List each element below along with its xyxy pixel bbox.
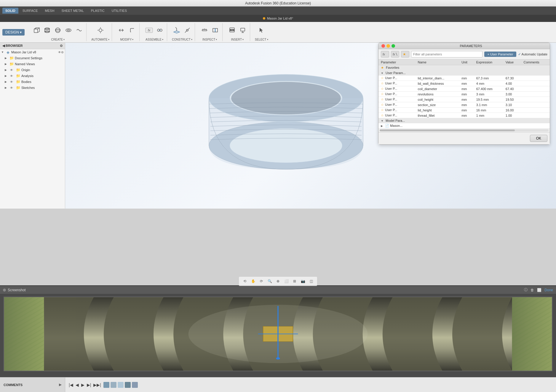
model-params-arrow[interactable]: ▼ [381,119,384,122]
params-scrollbar[interactable] [380,129,549,132]
param-row-lid-height[interactable]: ☆User P... lid_height mm 16 mm 16.00 [378,108,550,113]
play-last-button[interactable]: ▶▶| [93,383,101,387]
create-label[interactable]: CREATE [51,38,65,41]
inspect-label[interactable]: INSPECT [202,38,217,41]
modify-fillet-icon[interactable] [127,25,137,35]
create-box-icon[interactable] [32,25,41,35]
tab-surface[interactable]: SURFACE [20,8,41,14]
params-search-input[interactable] [411,51,482,57]
select-icon[interactable] [257,25,266,35]
assemble-joint-icon[interactable] [155,25,164,35]
viewport-fit-icon[interactable]: ⊕ [274,278,282,285]
scrollbar-thumb[interactable] [380,129,515,131]
param-row-thread-fillet[interactable]: ☆User P... thread_fillet mm 1 mm 1.00 [378,113,550,118]
create-coil-icon[interactable] [74,25,84,35]
mason-arrow[interactable]: ▶ [381,124,383,127]
play-next-button[interactable]: ▶| [87,383,91,387]
user-parameter-button[interactable]: + User Parameter [484,52,516,57]
automate-label[interactable]: AUTOMATE [91,38,109,41]
insert-label[interactable]: INSERT [231,38,244,41]
user-params-arrow[interactable]: ▼ [381,72,384,75]
fx-star-button[interactable]: ★ [401,51,409,57]
inspect-section-icon[interactable] [210,25,220,35]
tab-sheet-metal[interactable]: SHEET METAL [58,8,87,14]
origin-arrow: ▶ [5,68,8,71]
viewport-camera-icon[interactable]: 📷 [299,278,306,285]
insert-canvas-icon[interactable] [238,25,247,35]
browser-named-views[interactable]: ▶ 📁 Named Views [0,61,65,67]
play-prev-button[interactable]: ◀ [76,383,79,387]
tab-mesh[interactable]: MESH [42,8,57,14]
screenshot-trash-icon[interactable]: 🗑 [531,288,534,292]
tab-utilities[interactable]: UTILITIES [109,8,130,14]
timeline-icon-3[interactable] [118,382,124,388]
browser-bodies[interactable]: ▶ 👁 📁 Bodies [0,79,65,85]
bodies-label: Bodies [21,80,31,84]
assemble-fx-icon[interactable]: fx [144,25,154,35]
viewport-home-icon[interactable]: ⟲ [241,278,248,285]
play-button[interactable]: ▶ [81,383,84,387]
maximize-button[interactable] [392,44,395,48]
root-eye-icon[interactable]: 👁 [58,51,61,54]
auto-update-button[interactable]: ✓ Automatic Update [518,52,547,56]
play-first-button[interactable]: |◀ [69,383,73,387]
param-revolutions-unit: mm [459,92,474,97]
create-cylinder-icon[interactable] [42,25,52,35]
timeline-icon-2[interactable] [111,382,116,388]
viewport-grid-icon[interactable]: ⊞ [291,278,298,285]
browser-origin[interactable]: ▶ 👁 📁 Origin [0,67,65,73]
screenshot-done-button[interactable]: Done [544,288,553,292]
viewport-pan-icon[interactable]: ✋ [250,278,257,285]
ok-button[interactable]: OK [530,135,547,142]
toolbar-insert: SVG INSERT [225,23,250,41]
param-lid-height-expr: 16 mm [474,108,503,113]
root-settings-icon[interactable]: ⚙ [61,51,64,54]
modify-label[interactable]: MODIFY [120,38,134,41]
timeline-icon-1[interactable] [103,382,109,388]
param-row-coil-diameter[interactable]: ☆User P... coil_diameter mm 67.400 mm 67… [378,86,550,92]
param-row-section-size[interactable]: ☆User P... section_size mm 3.1 mm 3.10 [378,102,550,108]
viewport-zoom-icon[interactable]: 🔍 [266,278,273,285]
viewport-view-icon[interactable]: ◫ [308,278,315,285]
select-label[interactable]: SELECT [255,38,268,41]
inspect-measure-icon[interactable] [200,25,209,35]
create-sphere-icon[interactable] [53,25,63,35]
param-row-revolutions[interactable]: ☆User P... revolutions mm 3 mm 3.00 [378,92,550,97]
construct-label[interactable]: CONSTRUCT [172,38,192,41]
design-button[interactable]: DESIGN ▾ [2,29,25,36]
insert-svg-icon[interactable]: SVG [227,25,237,35]
param-row-lid-wall[interactable]: ☆User P... lid_wall_thickness mm 4 mm 4.… [378,81,550,86]
browser-expand-icon[interactable]: ⊙ [60,44,63,48]
param-row-coil-height[interactable]: ☆User P... coil_height mm 19.5 mm 19.50 [378,97,550,102]
param-section-size-unit: mm [459,102,474,108]
close-button[interactable] [381,44,385,48]
screenshot-share-icon[interactable]: ⬜ [537,288,541,292]
param-lid-interior-param: ☆User P... [378,76,416,81]
create-torus-icon[interactable] [64,25,73,35]
browser-doc-settings[interactable]: ▶ 📁 Document Settings [0,55,65,61]
fx-derivative-button[interactable]: fx [391,51,399,57]
construct-axis-icon[interactable] [183,25,192,35]
automate-icon[interactable] [96,25,105,35]
fx-button[interactable]: fx [381,51,389,57]
tab-solid[interactable]: SOLID [2,8,18,14]
viewport-orbit-icon[interactable]: ⟳ [258,278,265,285]
minimize-button[interactable] [386,44,390,48]
construct-plane-icon[interactable] [172,25,181,35]
timeline-icons [103,382,138,388]
viewport-display-icon[interactable]: ⬜ [283,278,290,285]
assemble-label[interactable]: ASSEMBLE [146,38,163,41]
param-row-lid-interior[interactable]: ☆User P... lid_interior_diam... mm 67.3 … [378,76,550,81]
browser-root-item[interactable]: ▼ ◈ Mason Jar Lid v8 👁 ⚙ [0,49,65,55]
screenshot-info-icon[interactable]: ⓘ [524,287,528,292]
modify-press-pull-icon[interactable] [117,25,126,35]
named-views-arrow: ▶ [5,63,8,65]
browser-analysis[interactable]: ▶ 👁 📁 Analysis [0,73,65,79]
timeline-icon-4[interactable] [125,382,131,388]
param-row-mason[interactable]: ▶ 📄 Mason... [378,123,550,129]
browser-sketches[interactable]: ▶ 👁 📁 Sketches [0,85,65,91]
comments-expand-icon[interactable]: ▶ [59,383,61,387]
svg-rect-51 [512,297,552,371]
timeline-icon-5[interactable] [132,382,138,388]
tab-plastic[interactable]: PLASTIC [88,8,108,14]
